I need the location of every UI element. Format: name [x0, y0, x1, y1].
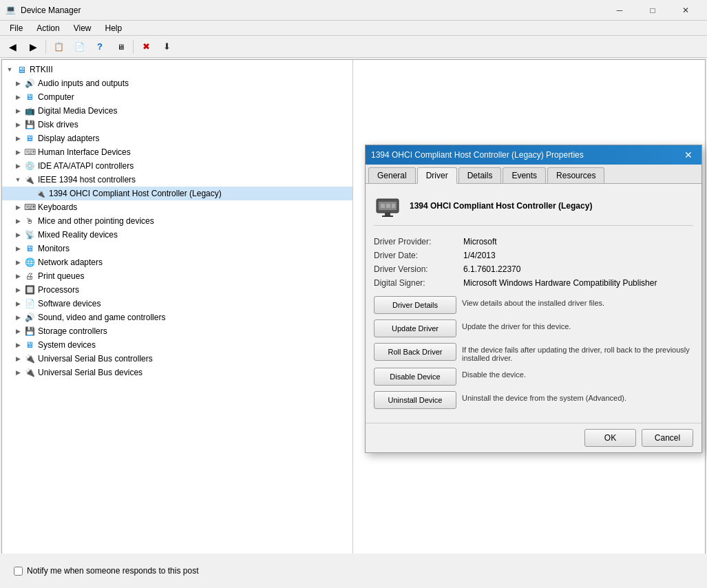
uninstall-device-btn[interactable]: Uninstall Device [374, 391, 456, 409]
notify-label: Notify me when someone responds to this … [27, 566, 198, 576]
tree-item-ieee-child[interactable]: ▶ 🔌 1394 OHCI Compliant Host Controller … [2, 187, 352, 200]
digital-media-toggle[interactable]: ▶ [13, 106, 23, 116]
update-driver-toolbar-btn[interactable]: 📄 [70, 38, 89, 56]
driver-signer-row: Digital Signer: Microsoft Windows Hardwa… [374, 278, 693, 288]
mice-toggle[interactable]: ▶ [13, 216, 23, 226]
menu-file[interactable]: File [3, 21, 30, 35]
tree-item-audio[interactable]: ▶ 🔊 Audio inputs and outputs [2, 76, 352, 90]
software-toggle[interactable]: ▶ [13, 299, 23, 308]
close-btn[interactable]: ✕ [670, 0, 701, 21]
menu-help[interactable]: Help [98, 21, 129, 35]
update-driver-btn[interactable]: Update Driver [374, 319, 456, 337]
properties-btn[interactable]: 📋 [49, 38, 68, 56]
menu-bar: File Action View Help [0, 21, 707, 36]
tab-driver[interactable]: Driver [417, 167, 457, 184]
root-toggle[interactable]: ▼ [5, 65, 14, 74]
driver-version-row: Driver Version: 6.1.7601.22370 [374, 264, 693, 274]
roll-back-desc: If the device fails after updating the d… [462, 343, 693, 362]
svg-rect-4 [392, 204, 395, 208]
tree-item-mice[interactable]: ▶ 🖱 Mice and other pointing devices [2, 214, 352, 228]
device-header-icon [374, 192, 401, 220]
tree-item-network[interactable]: ▶ 🌐 Network adapters [2, 255, 352, 269]
ide-icon: 💿 [24, 160, 35, 171]
tree-item-usb-devices[interactable]: ▶ 🔌 Universal Serial Bus devices [2, 366, 352, 379]
processors-toggle[interactable]: ▶ [13, 285, 23, 295]
disable-device-btn[interactable]: Disable Device [374, 368, 456, 386]
mixed-reality-toggle[interactable]: ▶ [13, 230, 23, 240]
mixed-reality-icon: 📡 [24, 229, 35, 240]
tree-item-print[interactable]: ▶ 🖨 Print queues [2, 269, 352, 283]
uninstall-device-row: Uninstall Device Uninstall the device fr… [374, 391, 693, 409]
usb-controllers-toggle[interactable]: ▶ [13, 354, 23, 364]
tree-item-hid[interactable]: ▶ ⌨ Human Interface Devices [2, 145, 352, 159]
tree-item-keyboards[interactable]: ▶ ⌨ Keyboards [2, 200, 352, 214]
forward-btn[interactable]: ▶ [23, 38, 43, 56]
tree-item-system[interactable]: ▶ 🖥 System devices [2, 338, 352, 352]
notify-checkbox-item[interactable]: Notify me when someone responds to this … [14, 566, 198, 576]
tab-events[interactable]: Events [503, 167, 546, 183]
device-header-name: 1394 OHCI Compliant Host Controller (Leg… [410, 201, 592, 211]
tree-item-mixed-reality[interactable]: ▶ 📡 Mixed Reality devices [2, 228, 352, 242]
back-btn[interactable]: ◀ [3, 38, 22, 56]
ide-toggle[interactable]: ▶ [13, 161, 23, 171]
tab-resources[interactable]: Resources [547, 167, 604, 183]
monitors-label: Monitors [38, 244, 70, 253]
scan-toolbar-btn[interactable]: 🖥 [111, 38, 130, 56]
minimize-btn[interactable]: ─ [604, 0, 635, 21]
tree-item-ide[interactable]: ▶ 💿 IDE ATA/ATAPI controllers [2, 159, 352, 173]
uninstall-toolbar-btn[interactable]: ✖ [136, 38, 156, 56]
version-label: Driver Version: [374, 264, 463, 274]
tree-root-label: RTKIII [30, 65, 53, 74]
app-title: Device Manager [21, 6, 604, 15]
ok-btn[interactable]: OK [584, 429, 636, 447]
help-toolbar-btn[interactable]: ? [90, 38, 109, 56]
keyboards-toggle[interactable]: ▶ [13, 202, 23, 212]
driver-date-row: Driver Date: 1/4/2013 [374, 251, 693, 260]
disk-toggle[interactable]: ▶ [13, 120, 23, 129]
dialog-close-btn[interactable]: ✕ [681, 147, 696, 162]
tree-item-processors[interactable]: ▶ 🔲 Processors [2, 283, 352, 297]
tree-item-usb-controllers[interactable]: ▶ 🔌 Universal Serial Bus controllers [2, 352, 352, 366]
driver-provider-row: Driver Provider: Microsoft [374, 237, 693, 246]
monitors-toggle[interactable]: ▶ [13, 244, 23, 253]
bottom-area: Notify me when someone responds to this … [0, 554, 707, 588]
driver-details-btn[interactable]: Driver Details [374, 296, 456, 314]
storage-toggle[interactable]: ▶ [13, 326, 23, 336]
tree-item-computer[interactable]: ▶ 🖥 Computer [2, 90, 352, 104]
svg-rect-5 [385, 213, 390, 216]
tree-item-monitors[interactable]: ▶ 🖥 Monitors [2, 242, 352, 255]
computer-toggle[interactable]: ▶ [13, 92, 23, 102]
sound-toggle[interactable]: ▶ [13, 313, 23, 322]
usb-devices-toggle[interactable]: ▶ [13, 368, 23, 377]
roll-back-driver-btn[interactable]: Roll Back Driver [374, 343, 456, 361]
display-toggle[interactable]: ▶ [13, 134, 23, 143]
network-toggle[interactable]: ▶ [13, 258, 23, 267]
hid-toggle[interactable]: ▶ [13, 147, 23, 157]
tree-item-ieee[interactable]: ▼ 🔌 IEEE 1394 host controllers [2, 173, 352, 187]
menu-view[interactable]: View [67, 21, 98, 35]
tree-item-storage[interactable]: ▶ 💾 Storage controllers [2, 324, 352, 338]
ieee-icon: 🔌 [24, 174, 35, 185]
device-tree[interactable]: ▼ 🖥 RTKIII ▶ 🔊 Audio inputs and outputs … [2, 60, 353, 588]
print-toggle[interactable]: ▶ [13, 271, 23, 281]
audio-toggle[interactable]: ▶ [13, 78, 23, 88]
tree-root-item[interactable]: ▼ 🖥 RTKIII [2, 63, 352, 76]
download-toolbar-btn[interactable]: ⬇ [157, 38, 176, 56]
menu-action[interactable]: Action [30, 21, 66, 35]
tree-item-software[interactable]: ▶ 📄 Software devices [2, 297, 352, 311]
notify-checkbox[interactable] [14, 567, 23, 576]
driver-details-row: Driver Details View details about the in… [374, 296, 693, 314]
tree-item-display[interactable]: ▶ 🖥 Display adapters [2, 132, 352, 145]
tree-item-sound[interactable]: ▶ 🔊 Sound, video and game controllers [2, 311, 352, 324]
tree-item-disk[interactable]: ▶ 💾 Disk drives [2, 118, 352, 132]
cancel-btn[interactable]: Cancel [642, 429, 693, 447]
toolbar: ◀ ▶ 📋 📄 ? 🖥 ✖ ⬇ [0, 36, 707, 58]
tab-general[interactable]: General [368, 167, 416, 183]
ieee-toggle[interactable]: ▼ [13, 175, 23, 185]
tree-item-digital-media[interactable]: ▶ 📺 Digital Media Devices [2, 104, 352, 118]
usb-devices-label: Universal Serial Bus devices [38, 368, 143, 377]
system-toggle[interactable]: ▶ [13, 340, 23, 350]
keyboards-label: Keyboards [38, 202, 77, 212]
tab-details[interactable]: Details [458, 167, 502, 183]
maximize-btn[interactable]: □ [637, 0, 668, 21]
